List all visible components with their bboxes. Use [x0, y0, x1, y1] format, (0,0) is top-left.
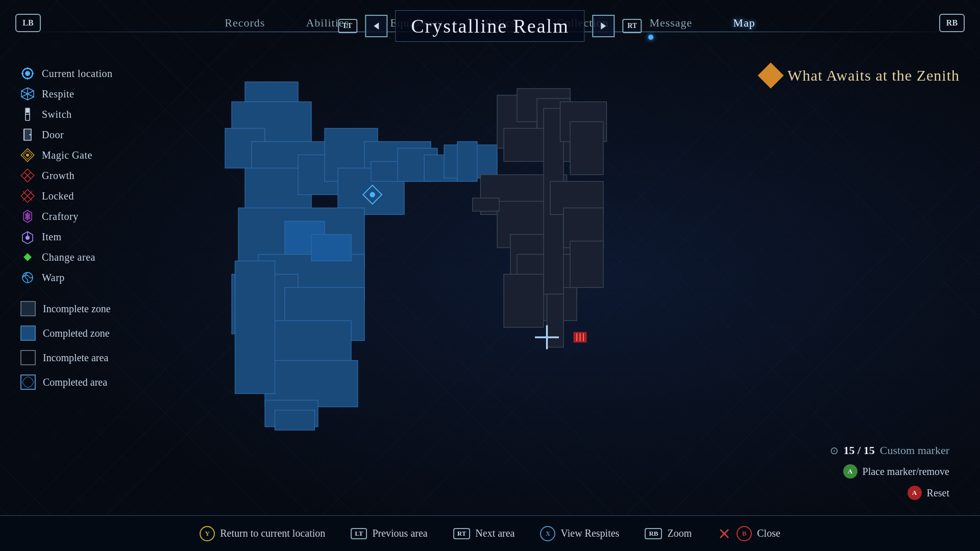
- previous-area-action: LT Previous area: [351, 528, 427, 539]
- svg-marker-36: [23, 253, 32, 261]
- respite-icon: [20, 87, 35, 101]
- custom-marker-label: Custom marker: [880, 444, 949, 457]
- rb-button[interactable]: RB: [939, 14, 965, 32]
- svg-marker-0: [374, 22, 379, 30]
- lb-button[interactable]: LB: [15, 14, 41, 32]
- legend-respite-label: Respite: [42, 88, 75, 100]
- info-panel: What Awaits at the Zenith: [762, 66, 960, 85]
- legend-door-label: Door: [42, 129, 64, 141]
- svg-point-17: [30, 134, 31, 136]
- nav-map[interactable]: Map: [733, 16, 755, 30]
- svg-rect-78: [570, 122, 603, 175]
- zone-completed: Completed zone: [20, 325, 111, 341]
- bottom-right-panel: ⊙ 15 / 15 Custom marker A Place marker/r…: [830, 444, 949, 500]
- current-location-icon: [20, 66, 35, 81]
- svg-point-21: [26, 154, 29, 157]
- target-icon: ⊙: [830, 444, 839, 457]
- legend-craftory: Craftory: [20, 209, 113, 223]
- change-area-icon: [20, 250, 35, 264]
- map-title-bar: LT Crystalline Realm RT: [338, 10, 642, 42]
- zoom-label: Zoom: [667, 528, 692, 539]
- item-icon: [20, 230, 35, 244]
- magic-gate-icon: [20, 148, 35, 162]
- completed-zone-label: Completed zone: [43, 328, 110, 339]
- marker-number: 15 / 15: [844, 444, 875, 457]
- close-action: B Close: [717, 526, 780, 541]
- incomplete-area-label: Incomplete area: [43, 352, 108, 364]
- svg-rect-81: [570, 241, 603, 288]
- warp-icon: [20, 270, 35, 285]
- incomplete-area-box: [20, 350, 36, 365]
- marker-count: ⊙ 15 / 15 Custom marker: [830, 444, 949, 457]
- view-respites-label: View Respites: [560, 528, 619, 539]
- lt-badge[interactable]: LT: [338, 19, 357, 33]
- legend-growth-label: Growth: [42, 170, 75, 182]
- svg-rect-62: [457, 142, 477, 182]
- zone-legend: Incomplete zone Completed zone Incomplet…: [20, 301, 111, 390]
- y-button[interactable]: Y: [200, 526, 215, 541]
- svg-marker-1: [601, 22, 606, 30]
- rt-badge[interactable]: RT: [623, 19, 642, 33]
- svg-point-34: [26, 236, 30, 240]
- quest-diamond-icon: [757, 63, 783, 89]
- zone-incomplete: Incomplete zone: [20, 301, 111, 316]
- svg-rect-76: [547, 294, 564, 347]
- view-respites-action: X View Respites: [540, 526, 619, 541]
- craftory-icon: [20, 209, 35, 223]
- place-marker-label: Place marker/remove: [863, 466, 949, 478]
- area-completed: Completed area: [20, 374, 111, 390]
- legend-current-location-label: Current location: [42, 68, 113, 80]
- legend-current-location: Current location: [20, 66, 113, 81]
- a-button-reset[interactable]: A: [908, 486, 922, 500]
- legend-growth: Growth: [20, 168, 113, 183]
- nav-records[interactable]: Records: [225, 16, 265, 30]
- legend-warp-label: Warp: [42, 272, 65, 284]
- legend: Current location Respite Switch: [20, 66, 113, 285]
- next-area-arrow[interactable]: [593, 15, 615, 37]
- growth-icon: [20, 168, 35, 183]
- quest-title: What Awaits at the Zenith: [788, 67, 960, 84]
- legend-locked: Locked: [20, 189, 113, 203]
- zoom-action: RB Zoom: [645, 528, 692, 539]
- b-button[interactable]: B: [737, 526, 752, 541]
- nav-message[interactable]: Message: [649, 16, 692, 30]
- return-label: Return to current location: [220, 528, 325, 539]
- locked-icon: [20, 189, 35, 203]
- previous-area-label: Previous area: [372, 528, 427, 539]
- place-marker-action: A Place marker/remove: [843, 464, 949, 479]
- door-icon: [20, 128, 35, 142]
- svg-rect-55: [235, 261, 275, 394]
- legend-craftory-label: Craftory: [42, 211, 79, 222]
- completed-area-box: [20, 374, 36, 390]
- a-button[interactable]: A: [843, 464, 857, 479]
- legend-change-area: Change area: [20, 250, 113, 264]
- switch-icon: [20, 107, 35, 121]
- legend-respite: Respite: [20, 87, 113, 101]
- rt-button-bottom[interactable]: RT: [453, 528, 471, 539]
- legend-locked-label: Locked: [42, 190, 74, 202]
- rb-button-bottom[interactable]: RB: [645, 528, 662, 539]
- map-area: [179, 41, 776, 541]
- legend-item-label: Item: [42, 231, 62, 243]
- legend-warp: Warp: [20, 270, 113, 285]
- nav-active-dot: [648, 35, 653, 40]
- reset-label: Reset: [927, 487, 949, 499]
- legend-switch-label: Switch: [42, 109, 72, 120]
- svg-rect-82: [473, 198, 499, 211]
- bottom-bar: Y Return to current location LT Previous…: [0, 515, 980, 551]
- prev-area-arrow[interactable]: [365, 15, 387, 37]
- lt-button-bottom[interactable]: LT: [351, 528, 367, 539]
- svg-rect-64: [275, 410, 315, 430]
- legend-switch: Switch: [20, 107, 113, 121]
- completed-area-label: Completed area: [43, 377, 107, 388]
- incomplete-zone-label: Incomplete zone: [43, 303, 111, 315]
- completed-zone-box: [20, 325, 36, 341]
- map-title: Crystalline Realm: [395, 10, 584, 42]
- area-incomplete: Incomplete area: [20, 350, 111, 365]
- x-button[interactable]: X: [540, 526, 555, 541]
- return-action: Y Return to current location: [200, 526, 325, 541]
- svg-rect-13: [26, 109, 29, 113]
- svg-rect-74: [504, 274, 544, 328]
- svg-point-3: [25, 71, 30, 76]
- close-x-icon: [717, 527, 731, 541]
